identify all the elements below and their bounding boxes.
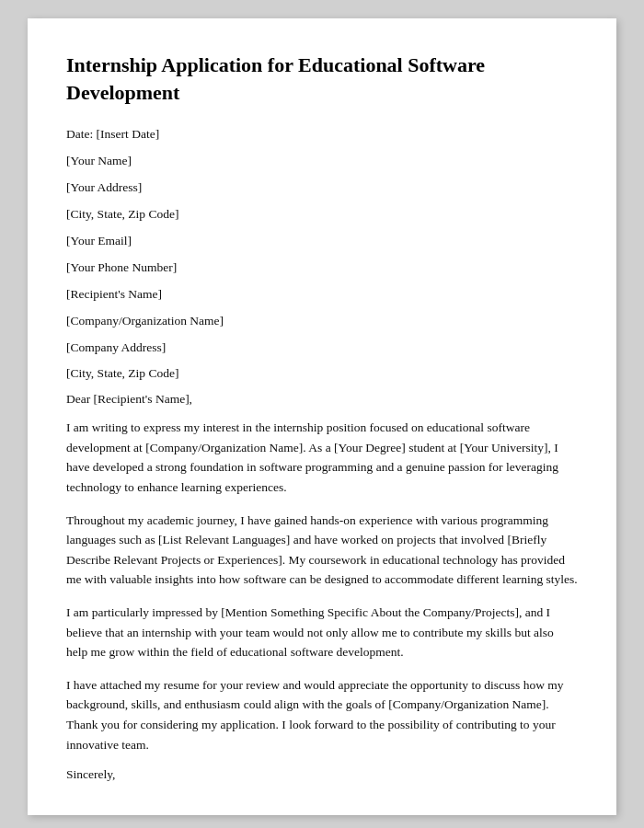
document-title: Internship Application for Educational S… <box>66 52 578 106</box>
field-line: [City, State, Zip Code] <box>66 206 578 224</box>
field-line: [Recipient's Name] <box>66 286 578 304</box>
body-paragraph: I have attached my resume for your revie… <box>66 675 578 754</box>
field-line: [City, State, Zip Code] <box>66 365 578 383</box>
field-line: [Company Address] <box>66 339 578 357</box>
field-line: Date: [Insert Date] <box>66 126 578 144</box>
field-line: [Your Address] <box>66 179 578 197</box>
field-line: [Your Email] <box>66 233 578 250</box>
address-fields: Date: [Insert Date][Your Name][Your Addr… <box>66 126 578 383</box>
closing: Sincerely, <box>66 767 578 782</box>
field-line: [Company/Organization Name] <box>66 313 578 330</box>
document-page: Internship Application for Educational S… <box>28 18 616 815</box>
body-paragraph: I am writing to express my interest in t… <box>66 418 578 497</box>
field-line: [Your Name] <box>66 153 578 170</box>
body-paragraphs: I am writing to express my interest in t… <box>66 418 578 754</box>
body-paragraph: Throughout my academic journey, I have g… <box>66 511 578 590</box>
body-paragraph: I am particularly impressed by [Mention … <box>66 603 578 662</box>
field-line: [Your Phone Number] <box>66 259 578 277</box>
salutation: Dear [Recipient's Name], <box>66 392 578 407</box>
